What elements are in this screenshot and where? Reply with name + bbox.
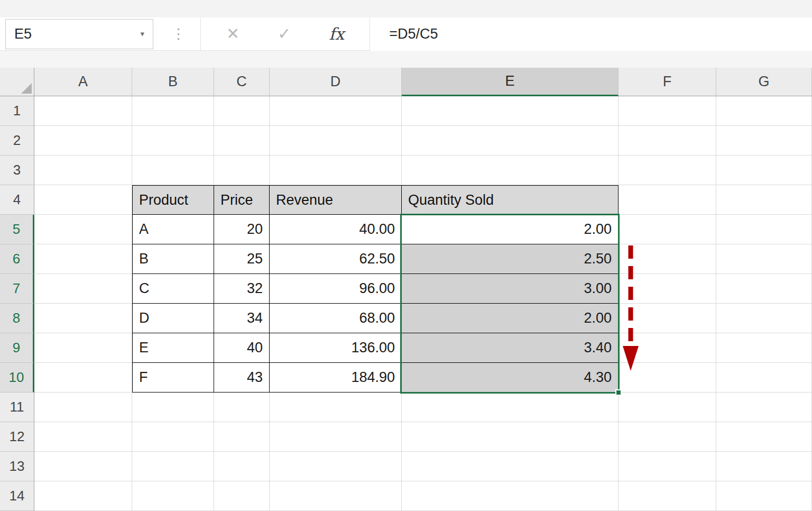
row-header-6[interactable]: 6 — [0, 244, 34, 274]
row-header-11[interactable]: 11 — [0, 393, 34, 422]
row-header-9[interactable]: 9 — [0, 333, 34, 363]
cell-C13[interactable] — [214, 452, 270, 481]
cell-C14[interactable] — [214, 481, 270, 511]
cell-B2[interactable] — [132, 126, 214, 156]
column-header-F[interactable]: F — [619, 68, 716, 96]
cell-E10[interactable]: 4.30 — [402, 363, 619, 393]
cell-E12[interactable] — [402, 422, 619, 452]
cell-G3[interactable] — [716, 156, 812, 185]
cell-D13[interactable] — [270, 452, 402, 481]
cell-C9[interactable]: 40 — [214, 333, 270, 363]
cell-B1[interactable] — [132, 96, 214, 126]
cell-G6[interactable] — [716, 244, 812, 274]
cell-B9[interactable]: E — [132, 333, 214, 363]
cell-F2[interactable] — [619, 126, 716, 156]
cell-A10[interactable] — [34, 363, 132, 393]
cell-E1[interactable] — [402, 96, 619, 126]
column-header-C[interactable]: C — [214, 68, 270, 96]
cell-E7[interactable]: 3.00 — [402, 274, 619, 304]
cell-D4[interactable]: Revenue — [270, 185, 402, 215]
row-header-5[interactable]: 5 — [0, 215, 34, 244]
cell-F3[interactable] — [619, 156, 716, 185]
cell-B13[interactable] — [132, 452, 214, 481]
cell-D7[interactable]: 96.00 — [270, 274, 402, 304]
cell-D10[interactable]: 184.90 — [270, 363, 402, 393]
cell-F1[interactable] — [619, 96, 716, 126]
cell-A12[interactable] — [34, 422, 132, 452]
cell-D11[interactable] — [270, 393, 402, 422]
row-header-7[interactable]: 7 — [0, 274, 34, 304]
cancel-icon[interactable]: ✕ — [226, 26, 239, 42]
row-header-13[interactable]: 13 — [0, 452, 34, 481]
cell-F4[interactable] — [619, 185, 716, 215]
enter-icon[interactable]: ✓ — [278, 26, 291, 42]
cell-C7[interactable]: 32 — [214, 274, 270, 304]
cell-G11[interactable] — [716, 393, 812, 422]
cell-C5[interactable]: 20 — [214, 215, 270, 244]
cell-E8[interactable]: 2.00 — [402, 304, 619, 333]
cell-C10[interactable]: 43 — [214, 363, 270, 393]
cell-A7[interactable] — [34, 274, 132, 304]
cell-B14[interactable] — [132, 481, 214, 511]
row-header-3[interactable]: 3 — [0, 156, 34, 185]
cell-A14[interactable] — [34, 481, 132, 511]
name-box-dropdown-icon[interactable]: ▾ — [140, 29, 144, 39]
cell-B5[interactable]: A — [132, 215, 214, 244]
cell-A9[interactable] — [34, 333, 132, 363]
cell-D1[interactable] — [270, 96, 402, 126]
cell-D3[interactable] — [270, 156, 402, 185]
cell-E3[interactable] — [402, 156, 619, 185]
cell-D8[interactable]: 68.00 — [270, 304, 402, 333]
cell-G1[interactable] — [716, 96, 812, 126]
cell-C2[interactable] — [214, 126, 270, 156]
insert-function-icon[interactable]: fx — [329, 26, 344, 42]
row-header-8[interactable]: 8 — [0, 304, 34, 333]
select-all-corner[interactable] — [0, 68, 34, 96]
row-header-2[interactable]: 2 — [0, 126, 34, 156]
column-header-G[interactable]: G — [716, 68, 812, 96]
cell-G8[interactable] — [716, 304, 812, 333]
row-header-14[interactable]: 14 — [0, 481, 34, 511]
row-header-1[interactable]: 1 — [0, 96, 34, 126]
cell-B4[interactable]: Product — [132, 185, 214, 215]
cell-G10[interactable] — [716, 363, 812, 393]
column-header-A[interactable]: A — [34, 68, 132, 96]
cell-C3[interactable] — [214, 156, 270, 185]
cell-E4[interactable]: Quantity Sold — [402, 185, 619, 215]
cell-E11[interactable] — [402, 393, 619, 422]
name-box[interactable]: E5 ▾ — [5, 19, 153, 49]
cell-C1[interactable] — [214, 96, 270, 126]
cell-G9[interactable] — [716, 333, 812, 363]
cell-F5[interactable] — [619, 215, 716, 244]
formula-input[interactable]: =D5/C5 — [370, 17, 812, 51]
cell-G5[interactable] — [716, 215, 812, 244]
cell-B11[interactable] — [132, 393, 214, 422]
cell-E9[interactable]: 3.40 — [402, 333, 619, 363]
cell-G13[interactable] — [716, 452, 812, 481]
cell-D2[interactable] — [270, 126, 402, 156]
cell-B10[interactable]: F — [132, 363, 214, 393]
row-header-12[interactable]: 12 — [0, 422, 34, 452]
cell-A2[interactable] — [34, 126, 132, 156]
cell-D5[interactable]: 40.00 — [270, 215, 402, 244]
cell-B8[interactable]: D — [132, 304, 214, 333]
cell-A1[interactable] — [34, 96, 132, 126]
cell-B6[interactable]: B — [132, 244, 214, 274]
cell-E6[interactable]: 2.50 — [402, 244, 619, 274]
cell-E5[interactable]: 2.00 — [402, 215, 619, 244]
cell-C4[interactable]: Price — [214, 185, 270, 215]
cell-A13[interactable] — [34, 452, 132, 481]
column-header-E[interactable]: E — [402, 68, 619, 96]
cell-D9[interactable]: 136.00 — [270, 333, 402, 363]
cell-B12[interactable] — [132, 422, 214, 452]
column-header-D[interactable]: D — [270, 68, 402, 96]
cell-E2[interactable] — [402, 126, 619, 156]
cell-E14[interactable] — [402, 481, 619, 511]
cell-D6[interactable]: 62.50 — [270, 244, 402, 274]
cell-A6[interactable] — [34, 244, 132, 274]
cell-F14[interactable] — [619, 481, 716, 511]
cell-F13[interactable] — [619, 452, 716, 481]
cell-G2[interactable] — [716, 126, 812, 156]
cell-A4[interactable] — [34, 185, 132, 215]
cell-A8[interactable] — [34, 304, 132, 333]
